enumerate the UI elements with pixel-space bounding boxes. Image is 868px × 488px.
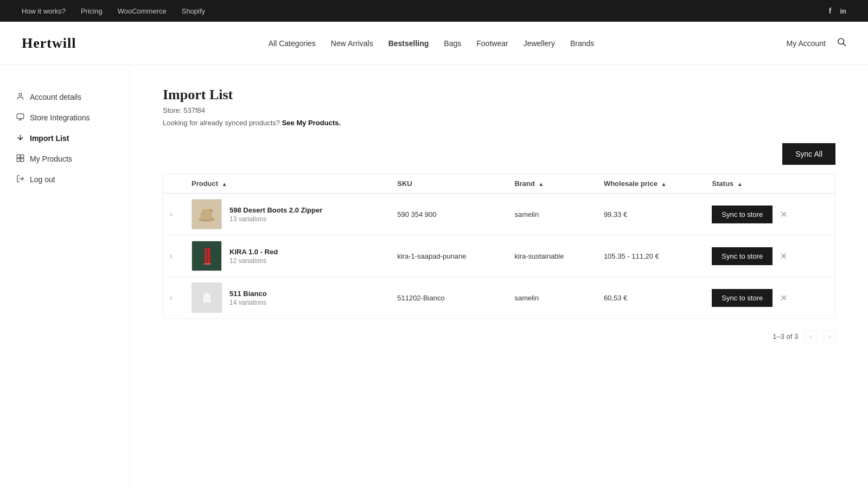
- nav-bags[interactable]: Bags: [444, 39, 461, 48]
- product-name: KIRA 1.0 - Red: [229, 248, 278, 256]
- sync-to-store-button[interactable]: Sync to store: [712, 247, 773, 265]
- row-price-cell: 60,53 €: [597, 277, 705, 319]
- svg-line-1: [843, 43, 845, 46]
- row-price-cell: 99,33 €: [597, 194, 705, 235]
- product-variations: 13 variations: [229, 215, 322, 223]
- nav-jewellery[interactable]: Jewellery: [524, 39, 555, 48]
- sidebar-label-account: Account details: [30, 93, 81, 101]
- table-row: › KIRA 1.0 - Red 12 variations kira-1-sa…: [163, 235, 835, 277]
- account-icon: [16, 92, 24, 102]
- pagination: 1–3 of 3 ‹ ›: [163, 330, 835, 343]
- sidebar-item-integrations[interactable]: Store Integrations: [16, 107, 113, 128]
- row-expand-cell: ›: [163, 235, 185, 277]
- remove-row-button[interactable]: ✕: [778, 209, 789, 220]
- svg-rect-8: [17, 158, 20, 162]
- table-row: › 511 Bianco 14 variations 511202-Bianco…: [163, 277, 835, 319]
- pagination-next[interactable]: ›: [824, 330, 835, 343]
- svg-rect-7: [21, 155, 24, 158]
- facebook-icon[interactable]: f: [829, 7, 832, 15]
- svg-rect-9: [21, 158, 24, 162]
- page-layout: Account details Store Integrations Impor…: [0, 65, 868, 488]
- sync-all-button[interactable]: Sync All: [782, 143, 835, 165]
- import-icon: [16, 133, 24, 143]
- row-sku-cell: kira-1-saapad-punane: [391, 235, 508, 277]
- main-content: Import List Store: 537f84 Looking for al…: [130, 65, 868, 488]
- product-variations: 12 variations: [229, 257, 278, 265]
- sidebar-item-products[interactable]: My Products: [16, 149, 113, 169]
- product-info: 511 Bianco 14 variations: [229, 290, 267, 306]
- nav-links: All Categories New Arrivals Bestselling …: [269, 39, 595, 48]
- pagination-label: 1–3 of 3: [773, 332, 798, 341]
- sort-product-icon: ▲: [222, 181, 227, 187]
- sort-brand-icon: ▲: [539, 181, 544, 187]
- sidebar: Account details Store Integrations Impor…: [0, 65, 130, 488]
- sidebar-label-products: My Products: [30, 155, 72, 163]
- expand-icon[interactable]: ›: [170, 252, 177, 260]
- row-brand-cell: kira-sustainable: [508, 235, 597, 277]
- linkedin-icon[interactable]: in: [840, 7, 846, 15]
- sidebar-item-logout[interactable]: Log out: [16, 169, 113, 190]
- see-my-products-link[interactable]: See My Products.: [282, 119, 341, 127]
- row-product-cell: 511 Bianco 14 variations: [185, 277, 391, 319]
- pagination-prev[interactable]: ‹: [805, 330, 816, 343]
- sync-notice: Looking for already synced products? See…: [163, 119, 835, 127]
- row-actions-cell: Sync to store ✕: [705, 194, 835, 235]
- svg-rect-12: [205, 248, 207, 264]
- expand-icon[interactable]: ›: [170, 293, 177, 302]
- sort-price-icon: ▲: [661, 181, 667, 187]
- integrations-icon: [16, 113, 24, 123]
- table-body: › 598 Desert Boots 2.0 Zipper 13 variati…: [163, 194, 835, 319]
- product-info: KIRA 1.0 - Red 12 variations: [229, 248, 278, 265]
- row-sku-cell: 511202-Bianco: [391, 277, 508, 319]
- row-product-cell: 598 Desert Boots 2.0 Zipper 13 variation…: [185, 194, 391, 235]
- svg-rect-15: [207, 264, 211, 265]
- col-status[interactable]: Status ▲: [705, 174, 835, 194]
- sidebar-label-import: Import List: [30, 134, 69, 143]
- svg-rect-13: [208, 248, 210, 264]
- topbar-link-how[interactable]: How it works?: [22, 7, 66, 15]
- sidebar-label-logout: Log out: [30, 175, 55, 184]
- top-actions: Sync All: [163, 143, 835, 165]
- col-expand: [163, 174, 185, 194]
- nav-brands[interactable]: Brands: [570, 39, 594, 48]
- svg-rect-6: [17, 155, 20, 158]
- sidebar-item-import[interactable]: Import List: [16, 128, 113, 149]
- search-button[interactable]: [837, 37, 846, 49]
- topbar-links: How it works? Pricing WooCommerce Shopif…: [22, 7, 205, 15]
- nav-right: My Account: [787, 37, 846, 49]
- sync-to-store-button[interactable]: Sync to store: [712, 289, 773, 307]
- product-variations: 14 variations: [229, 299, 267, 306]
- topbar-link-pricing[interactable]: Pricing: [81, 7, 103, 15]
- sidebar-label-integrations: Store Integrations: [30, 113, 90, 122]
- row-expand-cell: ›: [163, 194, 185, 235]
- row-sku-cell: 590 354 900: [391, 194, 508, 235]
- site-logo[interactable]: Hertwill: [22, 35, 76, 52]
- col-brand[interactable]: Brand ▲: [508, 174, 597, 194]
- product-name: 511 Bianco: [229, 290, 267, 298]
- nav-all-categories[interactable]: All Categories: [269, 39, 316, 48]
- row-actions-cell: Sync to store ✕: [705, 235, 835, 277]
- page-title: Import List: [163, 87, 835, 103]
- topbar-link-woo[interactable]: WooCommerce: [118, 7, 167, 15]
- svg-rect-3: [17, 114, 24, 119]
- col-price[interactable]: Wholesale price ▲: [597, 174, 705, 194]
- col-product[interactable]: Product ▲: [185, 174, 391, 194]
- table-header: Product ▲ SKU Brand ▲ Wholesale price: [163, 174, 835, 194]
- my-account-link[interactable]: My Account: [787, 39, 826, 48]
- table-row: › 598 Desert Boots 2.0 Zipper 13 variati…: [163, 194, 835, 235]
- nav-new-arrivals[interactable]: New Arrivals: [331, 39, 373, 48]
- sidebar-item-account[interactable]: Account details: [16, 87, 113, 107]
- nav-footwear[interactable]: Footwear: [476, 39, 508, 48]
- products-icon: [16, 154, 24, 164]
- navbar: Hertwill All Categories New Arrivals Bes…: [0, 22, 868, 65]
- topbar-link-shopify[interactable]: Shopify: [182, 7, 205, 15]
- expand-icon[interactable]: ›: [170, 210, 177, 219]
- sync-to-store-button[interactable]: Sync to store: [712, 206, 773, 223]
- row-actions-cell: Sync to store ✕: [705, 277, 835, 319]
- logout-icon: [16, 175, 24, 184]
- row-product-cell: KIRA 1.0 - Red 12 variations: [185, 235, 391, 277]
- nav-bestselling[interactable]: Bestselling: [388, 39, 429, 48]
- remove-row-button[interactable]: ✕: [778, 251, 789, 261]
- remove-row-button[interactable]: ✕: [778, 293, 789, 303]
- row-brand-cell: samelin: [508, 194, 597, 235]
